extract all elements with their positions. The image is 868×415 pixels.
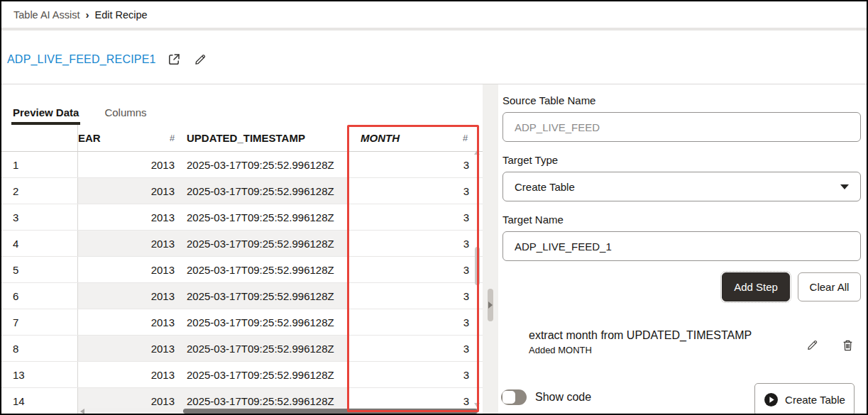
year-cell: 2013	[78, 283, 177, 309]
row-number-cell: 14	[1, 388, 78, 414]
row-number-cell: 7	[1, 309, 78, 335]
year-cell: 2013	[78, 309, 177, 335]
step-buttons-row: Add Step Clear All	[722, 272, 861, 301]
open-recipe-button[interactable]	[166, 51, 182, 67]
row-number-cell: 4	[1, 231, 78, 256]
target-name-label: Target Name	[502, 214, 564, 226]
table-row[interactable]: 1 2013 2025-03-17T09:25:52.996128Z 3	[1, 152, 483, 178]
year-cell: 2013	[78, 362, 177, 387]
grid-header-row: EAR # UPDATED_TIMESTAMP MONTH #	[1, 125, 483, 152]
month-cell: 3	[348, 204, 479, 230]
step-text: extract month from UPDATED_TIMESTAMP Add…	[529, 329, 752, 355]
clear-all-button[interactable]: Clear All	[798, 272, 861, 301]
expand-right-icon	[488, 301, 493, 309]
timestamp-cell: 2025-03-17T09:25:52.996128Z	[177, 231, 348, 256]
source-table-label: Source Table Name	[502, 94, 595, 106]
year-cell: 2013	[78, 178, 177, 204]
month-cell: 3	[348, 257, 479, 282]
timestamp-cell: 2025-03-17T09:25:52.996128Z	[177, 309, 348, 335]
pencil-icon	[194, 53, 207, 66]
horizontal-scroll-thumb[interactable]	[183, 409, 478, 414]
recipe-form-panel: Source Table Name Target Type Create Tab…	[498, 84, 868, 414]
month-cell: 3	[348, 283, 479, 309]
table-row[interactable]: 3 2013 2025-03-17T09:25:52.996128Z 3	[1, 204, 483, 231]
month-cell: 3	[348, 152, 479, 177]
show-code-toggle[interactable]	[501, 389, 527, 405]
timestamp-cell: 2025-03-17T09:25:52.996128Z	[177, 152, 348, 177]
numeric-type-icon: #	[170, 133, 175, 143]
tab-bar: Preview Data Columns	[11, 84, 148, 125]
table-row[interactable]: 13 2013 2025-03-17T09:25:52.996128Z 3	[1, 362, 483, 388]
timestamp-cell: 2025-03-17T09:25:52.996128Z	[177, 204, 348, 230]
row-number-cell: 1	[1, 152, 78, 177]
timestamp-cell: 2025-03-17T09:25:52.996128Z	[177, 362, 348, 387]
breadcrumb-divider	[1, 28, 867, 31]
breadcrumb-chevron-icon: ›	[86, 9, 89, 21]
step-subtitle: Added MONTH	[529, 345, 752, 355]
step-actions	[805, 335, 855, 355]
show-code-label: Show code	[535, 391, 591, 404]
grid-vertical-scrollbar[interactable]	[474, 149, 480, 409]
year-cell: 2013	[78, 152, 177, 177]
row-number-cell: 5	[1, 257, 78, 282]
year-cell: 2013	[78, 204, 177, 230]
breadcrumb-current: Edit Recipe	[95, 9, 148, 21]
recipe-title-link[interactable]: ADP_LIVE_FEED_RECIPE1	[7, 53, 156, 66]
target-name-input[interactable]	[502, 231, 861, 261]
rename-recipe-button[interactable]	[192, 52, 208, 67]
target-type-select[interactable]: Create Table	[502, 172, 861, 201]
row-number-cell: 8	[1, 336, 78, 361]
table-row[interactable]: 5 2013 2025-03-17T09:25:52.996128Z 3	[1, 257, 483, 283]
delete-step-button[interactable]	[840, 335, 855, 355]
numeric-type-icon: #	[463, 133, 468, 143]
chevron-down-icon	[840, 184, 849, 189]
pencil-icon	[806, 339, 818, 351]
year-column-label: EAR	[78, 132, 101, 144]
table-row[interactable]: 8 2013 2025-03-17T09:25:52.996128Z 3	[1, 336, 483, 362]
row-number-cell: 2	[1, 178, 78, 204]
row-number-cell: 6	[1, 283, 78, 309]
share-icon	[167, 52, 181, 66]
table-row[interactable]: 7 2013 2025-03-17T09:25:52.996128Z 3	[1, 309, 483, 336]
step-title: extract month from UPDATED_TIMESTAMP	[529, 329, 752, 342]
target-type-label: Target Type	[502, 154, 558, 166]
timestamp-cell: 2025-03-17T09:25:52.996128Z	[177, 178, 348, 204]
recipe-step-item: extract month from UPDATED_TIMESTAMP Add…	[529, 329, 855, 355]
play-circle-icon	[764, 392, 779, 407]
preview-panel: Preview Data Columns EAR # UPDATED_TIMES…	[1, 84, 483, 414]
splitter-handle[interactable]	[488, 289, 493, 321]
timestamp-cell: 2025-03-17T09:25:52.996128Z	[177, 336, 348, 361]
year-column-header[interactable]: EAR #	[78, 125, 177, 151]
scroll-up-icon[interactable]	[474, 150, 480, 155]
month-column-header[interactable]: MONTH #	[348, 125, 479, 151]
month-cell: 3	[348, 336, 479, 361]
tab-columns[interactable]: Columns	[103, 84, 148, 125]
trash-icon	[842, 339, 854, 352]
scroll-left-icon[interactable]	[80, 409, 84, 414]
vertical-scroll-thumb[interactable]	[475, 247, 480, 285]
add-step-button[interactable]: Add Step	[722, 272, 790, 301]
edit-step-button[interactable]	[805, 335, 820, 355]
tab-preview-data[interactable]: Preview Data	[11, 84, 80, 125]
year-cell: 2013	[78, 257, 177, 282]
timestamp-cell: 2025-03-17T09:25:52.996128Z	[177, 283, 348, 309]
month-cell: 3	[348, 309, 479, 335]
panel-splitter[interactable]	[483, 84, 498, 414]
grid-horizontal-scrollbar[interactable]	[78, 408, 479, 414]
timestamp-column-header[interactable]: UPDATED_TIMESTAMP	[177, 125, 348, 151]
row-header-corner	[1, 125, 78, 151]
breadcrumb-parent[interactable]: Table AI Assist	[13, 9, 80, 21]
create-table-button[interactable]: Create Table	[754, 383, 855, 415]
grid-body: 1 2013 2025-03-17T09:25:52.996128Z 3 2 2…	[1, 152, 483, 414]
table-row[interactable]: 2 2013 2025-03-17T09:25:52.996128Z 3	[1, 178, 483, 204]
breadcrumb: Table AI Assist › Edit Recipe	[1, 1, 867, 28]
month-cell: 3	[348, 231, 479, 256]
table-row[interactable]: 4 2013 2025-03-17T09:25:52.996128Z 3	[1, 231, 483, 257]
row-number-cell: 13	[1, 362, 78, 387]
table-row[interactable]: 6 2013 2025-03-17T09:25:52.996128Z 3	[1, 283, 483, 309]
show-code-row: Show code	[501, 389, 591, 405]
timestamp-cell: 2025-03-17T09:25:52.996128Z	[177, 257, 348, 282]
toggle-knob	[502, 391, 515, 404]
scroll-down-icon[interactable]	[474, 403, 480, 407]
source-table-input[interactable]	[502, 112, 861, 142]
